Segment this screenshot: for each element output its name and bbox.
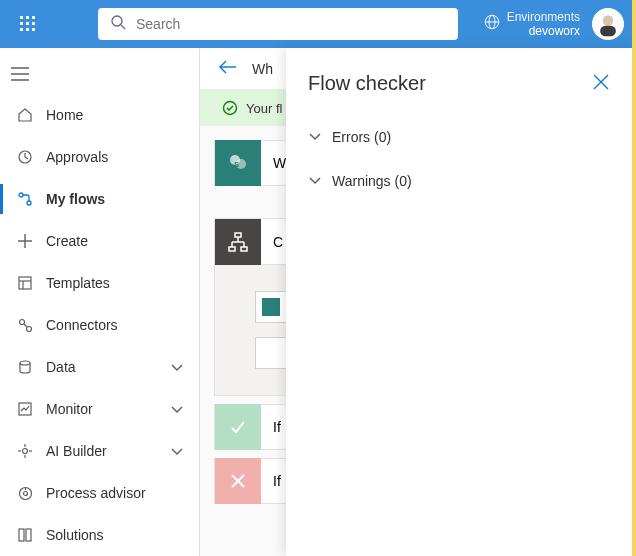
flow-checker-panel: Flow checker Errors (0) Warnings (0) — [286, 48, 632, 556]
svg-point-9 — [112, 16, 122, 26]
svg-rect-15 — [600, 26, 616, 37]
sidebar-item-home[interactable]: Home — [0, 94, 199, 136]
avatar[interactable] — [592, 8, 624, 40]
svg-rect-0 — [20, 16, 23, 19]
chevron-down-icon — [308, 173, 322, 189]
chevron-down-icon — [171, 443, 183, 459]
chevron-down-icon — [171, 401, 183, 417]
svg-point-28 — [26, 326, 31, 331]
approvals-icon — [14, 149, 36, 165]
search-icon — [110, 14, 126, 34]
sidebar-item-label: AI Builder — [46, 443, 107, 459]
svg-rect-8 — [32, 28, 35, 31]
svg-rect-6 — [20, 28, 23, 31]
svg-rect-47 — [235, 233, 241, 237]
top-bar: Environments devoworx — [0, 0, 632, 48]
svg-text:S: S — [234, 160, 240, 169]
errors-label: Errors (0) — [332, 129, 391, 145]
sidebar-item-label: Templates — [46, 275, 110, 291]
svg-rect-4 — [26, 22, 29, 25]
svg-rect-24 — [19, 277, 31, 289]
svg-point-21 — [27, 201, 31, 205]
app-launcher-icon[interactable] — [8, 4, 48, 44]
svg-line-29 — [24, 324, 27, 327]
svg-point-38 — [23, 491, 27, 495]
svg-rect-5 — [32, 22, 35, 25]
sidebar-item-label: My flows — [46, 191, 105, 207]
sidebar-item-label: Monitor — [46, 401, 93, 417]
solutions-icon — [14, 528, 36, 542]
branch-yes-label: If — [273, 419, 281, 435]
svg-rect-2 — [32, 16, 35, 19]
flows-icon — [14, 191, 36, 207]
x-icon — [215, 458, 261, 504]
sidebar: Home Approvals My flows Create Templates — [0, 48, 200, 556]
warnings-section[interactable]: Warnings (0) — [308, 159, 610, 203]
hamburger-icon[interactable] — [0, 54, 40, 94]
plus-icon — [14, 234, 36, 248]
svg-rect-3 — [20, 22, 23, 25]
warnings-label: Warnings (0) — [332, 173, 412, 189]
chevron-down-icon — [308, 129, 322, 145]
home-icon — [14, 107, 36, 123]
sidebar-item-connectors[interactable]: Connectors — [0, 304, 199, 346]
success-text: Your fl — [246, 101, 282, 116]
svg-point-30 — [20, 361, 30, 365]
environment-picker[interactable]: Environments devoworx — [483, 8, 624, 40]
branch-no-label: If — [273, 473, 281, 489]
data-icon — [14, 360, 36, 374]
flow-title: Wh — [252, 61, 273, 77]
errors-section[interactable]: Errors (0) — [308, 115, 610, 159]
check-circle-icon — [222, 100, 238, 116]
close-icon[interactable] — [592, 73, 610, 95]
ai-icon — [14, 444, 36, 458]
sidebar-item-my-flows[interactable]: My flows — [0, 178, 199, 220]
monitor-icon — [14, 402, 36, 416]
svg-point-14 — [603, 15, 614, 26]
globe-icon — [483, 13, 501, 35]
svg-rect-49 — [241, 247, 247, 251]
check-icon — [215, 404, 261, 450]
environment-name: devoworx — [507, 24, 580, 38]
svg-rect-40 — [19, 529, 24, 541]
sidebar-item-templates[interactable]: Templates — [0, 262, 199, 304]
svg-point-27 — [19, 319, 24, 324]
chevron-down-icon — [171, 359, 183, 375]
templates-icon — [14, 276, 36, 290]
sidebar-item-label: Create — [46, 233, 88, 249]
process-icon — [14, 486, 36, 501]
environment-label: Environments — [507, 10, 580, 24]
svg-point-32 — [23, 449, 28, 454]
svg-rect-1 — [26, 16, 29, 19]
sidebar-item-label: Process advisor — [46, 485, 146, 501]
back-arrow-icon[interactable] — [218, 59, 238, 79]
sidebar-item-label: Solutions — [46, 527, 104, 543]
sharepoint-icon: S — [215, 140, 261, 186]
svg-rect-48 — [229, 247, 235, 251]
connectors-icon — [14, 318, 36, 333]
condition-icon — [215, 219, 261, 265]
panel-title: Flow checker — [308, 72, 426, 95]
sidebar-item-monitor[interactable]: Monitor — [0, 388, 199, 430]
sidebar-item-label: Approvals — [46, 149, 108, 165]
svg-line-10 — [121, 25, 125, 29]
sidebar-item-ai-builder[interactable]: AI Builder — [0, 430, 199, 472]
sidebar-item-label: Connectors — [46, 317, 118, 333]
sidebar-item-label: Data — [46, 359, 76, 375]
svg-point-20 — [19, 193, 23, 197]
svg-rect-7 — [26, 28, 29, 31]
svg-point-43 — [224, 102, 237, 115]
sidebar-item-process-advisor[interactable]: Process advisor — [0, 472, 199, 514]
sidebar-item-label: Home — [46, 107, 83, 123]
trigger-label: W — [273, 155, 286, 171]
sidebar-item-solutions[interactable]: Solutions — [0, 514, 199, 556]
search-input[interactable] — [136, 16, 446, 32]
sidebar-item-approvals[interactable]: Approvals — [0, 136, 199, 178]
svg-rect-41 — [26, 529, 31, 541]
search-box[interactable] — [98, 8, 458, 40]
sidebar-item-data[interactable]: Data — [0, 346, 199, 388]
condition-label: C — [273, 234, 283, 250]
sidebar-item-create[interactable]: Create — [0, 220, 199, 262]
